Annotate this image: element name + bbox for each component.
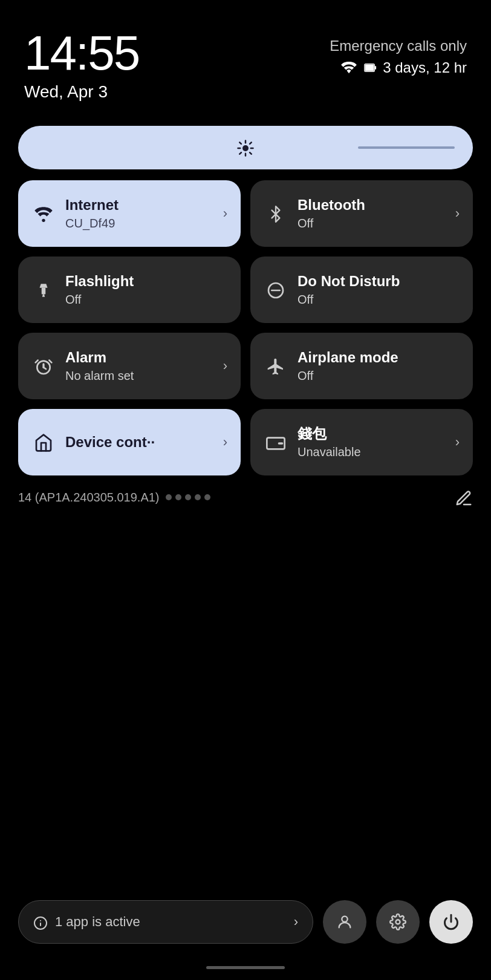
- bluetooth-text: Bluetooth Off: [298, 197, 446, 230]
- alarm-chevron: ›: [223, 358, 227, 374]
- power-button[interactable]: [429, 900, 473, 944]
- dot-3: [185, 494, 191, 500]
- svg-line-9: [250, 152, 252, 154]
- status-icons: 3 days, 12 hr: [340, 59, 467, 76]
- brightness-track: [358, 146, 455, 149]
- flashlight-icon: [31, 279, 56, 300]
- airplane-title: Airplane mode: [298, 349, 460, 367]
- dnd-icon: [264, 279, 288, 300]
- wallet-chevron: ›: [455, 434, 460, 450]
- dnd-title: Do Not Disturb: [298, 273, 460, 290]
- flashlight-title: Flashlight: [65, 273, 227, 290]
- bluetooth-tile[interactable]: Bluetooth Off ›: [250, 180, 473, 247]
- device-controls-tile[interactable]: Device cont·· ›: [18, 409, 241, 475]
- qs-footer: 14 (AP1A.240305.019.A1): [0, 475, 491, 508]
- brightness-slider[interactable]: [18, 126, 473, 169]
- svg-line-18: [44, 367, 46, 369]
- flashlight-text: Flashlight Off: [65, 273, 227, 307]
- tile-grid: Internet CU_Df49 › Bluetooth Off ›: [18, 180, 473, 475]
- wallet-title: 錢包: [298, 425, 446, 443]
- active-app-text: 1 app is active: [55, 914, 287, 930]
- bluetooth-icon: [264, 203, 288, 224]
- svg-point-3: [242, 145, 249, 151]
- svg-point-23: [342, 916, 347, 922]
- svg-rect-2: [375, 66, 377, 70]
- alarm-subtitle: No alarm set: [65, 369, 213, 383]
- home-indicator: [206, 966, 285, 969]
- dot-2: [175, 494, 181, 500]
- emergency-text: Emergency calls only: [330, 38, 467, 54]
- status-right: Emergency calls only 3 days, 12 hr: [330, 29, 467, 76]
- settings-button[interactable]: [376, 900, 420, 944]
- wallet-text: 錢包 Unavailable: [298, 425, 446, 459]
- date: Wed, Apr 3: [24, 82, 139, 102]
- wallet-icon: [264, 433, 288, 452]
- battery-text: 3 days, 12 hr: [383, 59, 467, 76]
- wifi-status-icon: [340, 61, 357, 74]
- alarm-tile[interactable]: Alarm No alarm set ›: [18, 333, 241, 399]
- svg-line-10: [250, 143, 252, 145]
- bluetooth-subtitle: Off: [298, 217, 446, 230]
- build-info: 14 (AP1A.240305.019.A1): [18, 491, 210, 505]
- time-date: 14:55 Wed, Apr 3: [24, 29, 139, 102]
- svg-rect-13: [42, 287, 46, 294]
- home-icon: [31, 432, 56, 452]
- airplane-tile[interactable]: Airplane mode Off: [250, 333, 473, 399]
- clock: 14:55: [24, 29, 139, 77]
- dnd-text: Do Not Disturb Off: [298, 273, 460, 307]
- flashlight-tile[interactable]: Flashlight Off: [18, 256, 241, 323]
- airplane-text: Airplane mode Off: [298, 349, 460, 383]
- internet-text: Internet CU_Df49: [65, 197, 213, 230]
- wallet-subtitle: Unavailable: [298, 445, 446, 459]
- pill-chevron: ›: [294, 914, 298, 930]
- alarm-title: Alarm: [65, 349, 213, 367]
- device-controls-chevron: ›: [223, 434, 227, 450]
- brightness-icon: [236, 138, 255, 158]
- internet-chevron: ›: [223, 206, 227, 221]
- bluetooth-chevron: ›: [455, 206, 460, 221]
- internet-tile[interactable]: Internet CU_Df49 ›: [18, 180, 241, 247]
- alarm-icon: [31, 356, 56, 376]
- bottom-bar: 1 app is active ›: [18, 900, 473, 944]
- airplane-subtitle: Off: [298, 369, 460, 383]
- svg-rect-1: [365, 65, 374, 71]
- dot-4: [195, 494, 201, 500]
- dot-5: [204, 494, 210, 500]
- battery-status-icon: [363, 61, 377, 74]
- svg-line-11: [239, 152, 241, 154]
- svg-line-8: [239, 143, 241, 145]
- edit-icon[interactable]: [455, 488, 473, 508]
- quick-settings-panel: Internet CU_Df49 › Bluetooth Off ›: [0, 114, 491, 475]
- wifi-icon: [31, 204, 56, 223]
- internet-subtitle: CU_Df49: [65, 217, 213, 230]
- user-button[interactable]: [323, 900, 366, 944]
- device-controls-title: Device cont··: [65, 434, 213, 451]
- wallet-tile[interactable]: 錢包 Unavailable ›: [250, 409, 473, 475]
- page-dots: [166, 494, 210, 500]
- device-controls-text: Device cont··: [65, 434, 213, 451]
- active-app-pill[interactable]: 1 app is active ›: [18, 900, 313, 944]
- airplane-icon: [264, 356, 288, 376]
- svg-point-24: [396, 920, 400, 924]
- alarm-text: Alarm No alarm set: [65, 349, 213, 383]
- status-bar: 14:55 Wed, Apr 3 Emergency calls only 3 …: [0, 0, 491, 114]
- build-text: 14 (AP1A.240305.019.A1): [18, 491, 160, 505]
- dnd-tile[interactable]: Do Not Disturb Off: [250, 256, 473, 323]
- info-icon: [33, 913, 48, 930]
- bluetooth-title: Bluetooth: [298, 197, 446, 214]
- flashlight-subtitle: Off: [65, 293, 227, 307]
- dnd-subtitle: Off: [298, 293, 460, 307]
- dot-1: [166, 494, 172, 500]
- internet-title: Internet: [65, 197, 213, 214]
- svg-point-12: [42, 218, 45, 221]
